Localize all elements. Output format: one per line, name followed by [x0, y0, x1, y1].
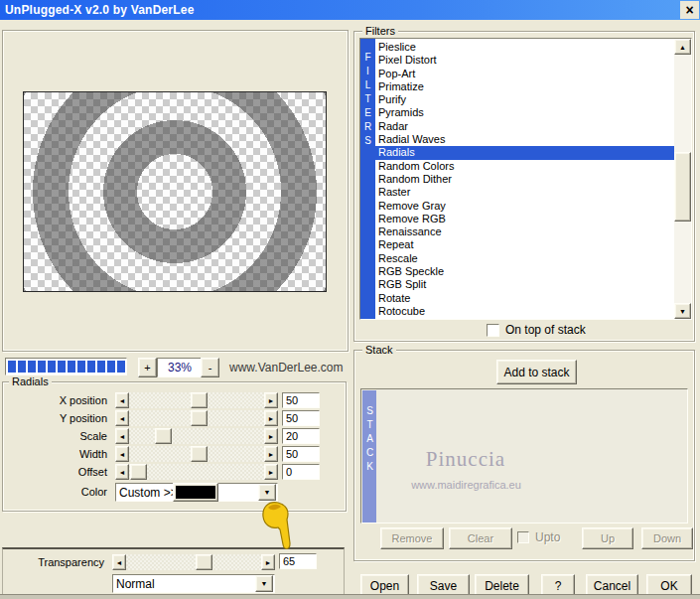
filter-item-selected[interactable]: Radials — [375, 146, 674, 159]
transparency-value[interactable] — [279, 553, 317, 569]
slider-thumb[interactable] — [191, 392, 208, 408]
offset-slider[interactable]: ◄ ► — [115, 464, 278, 480]
scroll-down-icon[interactable]: ▼ — [674, 303, 691, 319]
on-top-of-stack-checkbox[interactable] — [487, 324, 499, 337]
filter-item[interactable]: Raster — [375, 186, 674, 199]
scrollbar-thumb[interactable] — [674, 152, 691, 222]
slider-thumb[interactable] — [191, 410, 208, 426]
blend-mode-combobox[interactable]: Normal ▼ — [112, 574, 275, 593]
slider-left-arrow-icon[interactable]: ◄ — [115, 392, 129, 408]
filter-item[interactable]: Rotate — [375, 292, 674, 305]
slider-right-arrow-icon[interactable]: ► — [264, 428, 278, 444]
filter-item[interactable]: Purify — [375, 93, 674, 106]
filter-item[interactable]: Random Dither — [375, 173, 674, 186]
filter-list[interactable]: Pieslice Pixel Distort Pop-Art Primatize… — [375, 39, 674, 319]
filter-item[interactable]: Pyramids — [375, 106, 674, 119]
filter-item[interactable]: Rotocube — [375, 305, 674, 318]
upto-checkrow: Upto — [517, 530, 560, 544]
color-label: Color — [3, 483, 107, 502]
stack-vertical-banner: STACK — [362, 390, 376, 523]
remove-button[interactable]: Remove — [380, 527, 444, 549]
transparency-slider[interactable]: ◄ ► — [112, 554, 275, 570]
scale-slider[interactable]: ◄ ► — [115, 428, 278, 444]
radials-group: Radials X position ◄ ► Y position ◄ ► Sc… — [2, 381, 347, 512]
filters-vertical-banner: FILTERS — [360, 39, 375, 319]
zoom-progress-bar — [5, 358, 127, 375]
filter-item[interactable]: Repeat — [375, 238, 674, 251]
slider-right-arrow-icon[interactable]: ► — [264, 446, 278, 462]
title-bar[interactable]: UnPlugged-X v2.0 by VanDerLee — [0, 0, 700, 20]
slider-thumb[interactable] — [191, 446, 208, 462]
offset-value[interactable] — [282, 464, 320, 480]
y-position-slider[interactable]: ◄ ► — [115, 410, 278, 426]
x-position-slider[interactable]: ◄ ► — [115, 392, 278, 408]
vendor-website: www.VanDerLee.com — [229, 361, 344, 374]
window-bottom-edge — [0, 594, 700, 599]
slider-left-arrow-icon[interactable]: ◄ — [115, 410, 129, 426]
filter-item[interactable]: Pixel Distort — [375, 54, 674, 67]
filter-item[interactable]: Pieslice — [375, 41, 674, 54]
window-title: UnPlugged-X v2.0 by VanDerLee — [0, 3, 195, 17]
zoom-block — [8, 361, 16, 373]
filter-item[interactable]: Remove RGB — [375, 213, 674, 225]
add-to-stack-button[interactable]: Add to stack — [496, 360, 577, 384]
width-value[interactable] — [282, 446, 320, 462]
y-position-value[interactable] — [282, 410, 320, 426]
slider-right-arrow-icon[interactable]: ► — [264, 464, 278, 480]
width-slider[interactable]: ◄ ► — [115, 446, 278, 462]
x-position-label: X position — [3, 392, 107, 408]
slider-thumb[interactable] — [155, 428, 172, 444]
zoom-in-button[interactable]: + — [138, 358, 157, 377]
scale-value[interactable] — [282, 428, 320, 444]
preview-image[interactable] — [23, 91, 327, 292]
slider-right-arrow-icon[interactable]: ► — [264, 410, 278, 426]
watermark-title: Pinuccia — [396, 447, 535, 472]
zoom-percent: 33% — [157, 358, 203, 377]
upto-label: Upto — [529, 530, 560, 544]
filters-scrollbar[interactable]: ▲ ▼ — [674, 39, 691, 319]
down-button[interactable]: Down — [641, 527, 693, 549]
chevron-down-icon[interactable]: ▼ — [255, 575, 273, 592]
up-button[interactable]: Up — [582, 527, 633, 549]
filter-item[interactable]: Primatize — [375, 80, 674, 93]
filter-item[interactable]: Remove Gray — [375, 200, 674, 213]
filter-item[interactable]: Radar — [375, 120, 674, 133]
blend-mode-value: Normal — [113, 577, 255, 591]
clear-button[interactable]: Clear — [449, 527, 512, 549]
slider-left-arrow-icon[interactable]: ◄ — [115, 428, 129, 444]
slider-right-arrow-icon[interactable]: ► — [264, 392, 278, 408]
width-label: Width — [3, 446, 107, 462]
filter-item[interactable]: Radial Waves — [375, 133, 674, 146]
filter-item[interactable]: RGB Speckle — [375, 265, 674, 278]
transparency-label: Transparency — [0, 554, 104, 571]
slider-thumb[interactable] — [196, 554, 212, 570]
slider-right-arrow-icon[interactable]: ► — [261, 554, 275, 570]
scale-label: Scale — [3, 428, 107, 444]
filter-item[interactable]: Pop-Art — [375, 68, 674, 80]
stack-group-label: Stack — [362, 344, 396, 356]
offset-label: Offset — [3, 464, 107, 480]
upto-checkbox[interactable] — [517, 531, 529, 543]
on-top-of-stack-label: On top of stack — [499, 323, 586, 337]
filters-group-label: Filters — [362, 25, 398, 37]
filter-item[interactable]: Renaissance — [375, 225, 674, 238]
watermark-url: www.maidiregrafica.eu — [379, 479, 553, 491]
filter-item[interactable]: Random Colors — [375, 160, 674, 173]
filter-item[interactable]: Rescale — [375, 252, 674, 265]
close-button[interactable]: × — [680, 1, 699, 19]
slider-left-arrow-icon[interactable]: ◄ — [115, 464, 129, 480]
zoom-out-button[interactable]: - — [201, 358, 219, 377]
color-swatch-button[interactable] — [173, 483, 218, 502]
x-position-value[interactable] — [282, 392, 320, 408]
filter-item[interactable]: Rotodots — [375, 318, 674, 319]
stack-list[interactable]: STACK Pinuccia www.maidiregrafica.eu — [360, 388, 688, 524]
slider-left-arrow-icon[interactable]: ◄ — [112, 554, 126, 570]
slider-thumb[interactable] — [130, 464, 147, 480]
chevron-down-icon[interactable]: ▼ — [258, 484, 276, 501]
on-top-of-stack-checkrow: On top of stack — [487, 323, 586, 337]
y-position-label: Y position — [3, 410, 107, 426]
color-swatch — [176, 486, 215, 499]
scroll-up-icon[interactable]: ▲ — [674, 39, 691, 55]
filter-item[interactable]: RGB Split — [375, 278, 674, 291]
slider-left-arrow-icon[interactable]: ◄ — [115, 446, 129, 462]
